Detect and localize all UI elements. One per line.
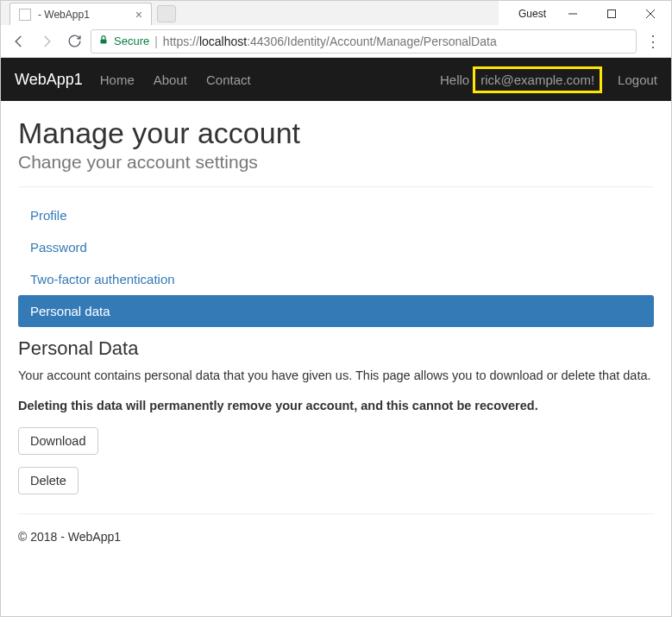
divider — [18, 186, 654, 187]
page-content: Manage your account Change your account … — [1, 101, 671, 552]
page-subtitle: Change your account settings — [18, 152, 654, 173]
section-title: Personal Data — [18, 337, 654, 360]
svg-rect-4 — [101, 40, 107, 44]
minimize-button[interactable] — [553, 2, 592, 26]
close-tab-icon[interactable]: × — [135, 8, 142, 22]
browser-tab[interactable]: - WebApp1 × — [9, 3, 152, 25]
section-description: Your account contains personal data that… — [18, 367, 654, 385]
nav-two-factor[interactable]: Two-factor authentication — [18, 263, 654, 295]
tab-title: - WebApp1 — [38, 9, 90, 21]
new-tab-button[interactable] — [157, 5, 176, 22]
user-link[interactable]: rick@example.com! — [473, 66, 602, 93]
url-display: https://localhost:44306/Identity/Account… — [163, 35, 497, 48]
forward-button[interactable] — [35, 30, 58, 53]
hello-prefix: Hello — [440, 72, 469, 87]
url-port: :44306 — [247, 35, 284, 48]
browser-tabstrip: - WebApp1 × — [1, 1, 499, 25]
url-scheme: https:// — [163, 35, 199, 48]
nav-about[interactable]: About — [154, 72, 187, 87]
section-warning: Deleting this data will permanently remo… — [18, 397, 654, 415]
guest-label: Guest — [518, 8, 546, 20]
url-path: /Identity/Account/Manage/PersonalData — [284, 35, 497, 48]
nav-personal-data[interactable]: Personal data — [18, 295, 654, 327]
page-icon — [19, 9, 31, 21]
browser-menu-button[interactable]: ⋮ — [642, 32, 664, 51]
back-button[interactable] — [8, 30, 30, 53]
nav-contact[interactable]: Contact — [206, 72, 251, 87]
brand-link[interactable]: WebApp1 — [15, 71, 83, 89]
reload-button[interactable] — [63, 30, 85, 53]
close-window-button[interactable] — [631, 2, 669, 26]
url-host: localhost — [199, 35, 247, 48]
lock-icon — [98, 34, 109, 48]
address-bar[interactable]: Secure | https://localhost:44306/Identit… — [91, 29, 637, 54]
page-title: Manage your account — [18, 116, 654, 150]
secure-label: Secure — [114, 35, 149, 47]
separator: | — [154, 35, 158, 48]
logout-link[interactable]: Logout — [618, 72, 657, 87]
nav-profile[interactable]: Profile — [18, 199, 654, 231]
browser-toolbar: Secure | https://localhost:44306/Identit… — [1, 25, 671, 58]
manage-nav: Profile Password Two-factor authenticati… — [18, 199, 654, 327]
delete-button[interactable]: Delete — [18, 467, 79, 494]
footer-text: © 2018 - WebApp1 — [18, 526, 654, 544]
svg-rect-1 — [607, 9, 615, 17]
app-navbar: WebApp1 Home About Contact Hello rick@ex… — [1, 58, 671, 101]
divider — [18, 513, 654, 514]
maximize-button[interactable] — [592, 2, 631, 26]
nav-home[interactable]: Home — [100, 72, 135, 87]
nav-password[interactable]: Password — [18, 231, 654, 263]
download-button[interactable]: Download — [18, 427, 98, 455]
